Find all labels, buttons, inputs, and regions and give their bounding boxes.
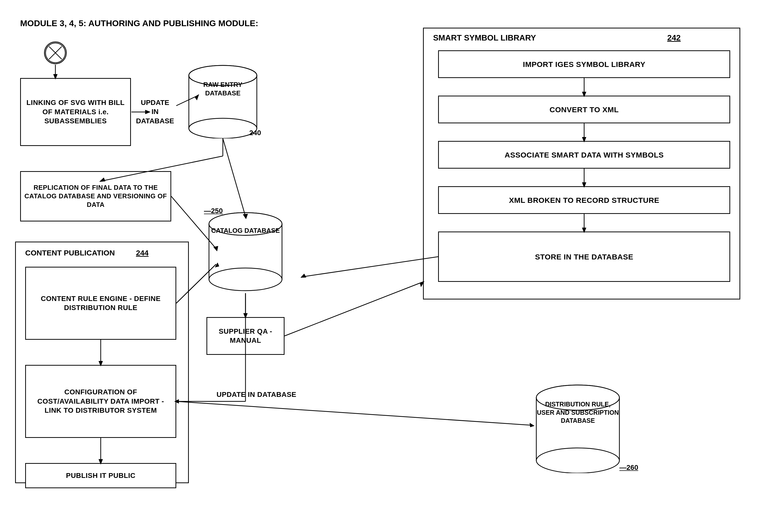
ssl-step1: IMPORT IGES SYMBOL LIBRARY <box>438 50 730 78</box>
replication-box: REPLICATION OF FINAL DATA TO THE CATALOG… <box>20 171 171 221</box>
svg-point-5 <box>189 118 257 138</box>
svg-line-27 <box>223 138 245 216</box>
ssl-step4: XML BROKEN TO RECORD STRUCTURE <box>438 186 730 214</box>
svg-marker-40 <box>301 274 306 278</box>
svg-point-10 <box>209 268 282 291</box>
distribution-db-ref: —260 <box>619 463 638 472</box>
svg-line-55 <box>284 282 423 336</box>
content-publication-title: CONTENT PUBLICATION <box>25 248 115 258</box>
content-rule-engine-box: CONTENT RULE ENGINE - DEFINE DISTRIBUTIO… <box>25 267 176 340</box>
linking-svg-box: LINKING OF SVG WITH BILL OF MATERIALS i.… <box>20 78 131 146</box>
content-publication-ref: 244 <box>136 248 148 258</box>
smart-symbol-library-ref: 242 <box>667 33 681 43</box>
ssl-step3: ASSOCIATE SMART DATA WITH SYMBOLS <box>438 141 730 169</box>
smart-symbol-library-title: SMART SYMBOL LIBRARY <box>433 33 536 43</box>
ssl-step5: STORE IN THE DATABASE <box>438 232 730 282</box>
catalog-db: CATALOG DATABASE <box>206 206 284 292</box>
svg-line-45 <box>176 401 533 425</box>
update-in-database-label: UPDATEINDATABASE <box>136 98 174 126</box>
raw-entry-db: RAW ENTRY DATABASE <box>186 60 259 138</box>
publish-it-public-box: PUBLISH IT PUBLIC <box>25 463 176 488</box>
module-start-symbol <box>44 42 67 64</box>
raw-entry-db-ref: 240 <box>249 128 261 137</box>
svg-line-39 <box>302 257 438 277</box>
supplier-qa-box: SUPPLIER QA - MANUAL <box>206 317 284 355</box>
catalog-db-ref: —250 <box>204 206 223 215</box>
update-in-database-bottom-label: UPDATE IN DATABASE <box>216 390 296 399</box>
ssl-step2: CONVERT TO XML <box>438 96 730 123</box>
svg-point-15 <box>536 448 619 473</box>
distribution-db: DISTRIBUTION RULE, USER AND SUBSCRIPTION… <box>534 377 622 473</box>
configuration-cost-box: CONFIGURATION OF COST/AVAILABILITY DATA … <box>25 365 176 438</box>
main-title: MODULE 3, 4, 5: AUTHORING AND PUBLISHING… <box>20 18 258 29</box>
